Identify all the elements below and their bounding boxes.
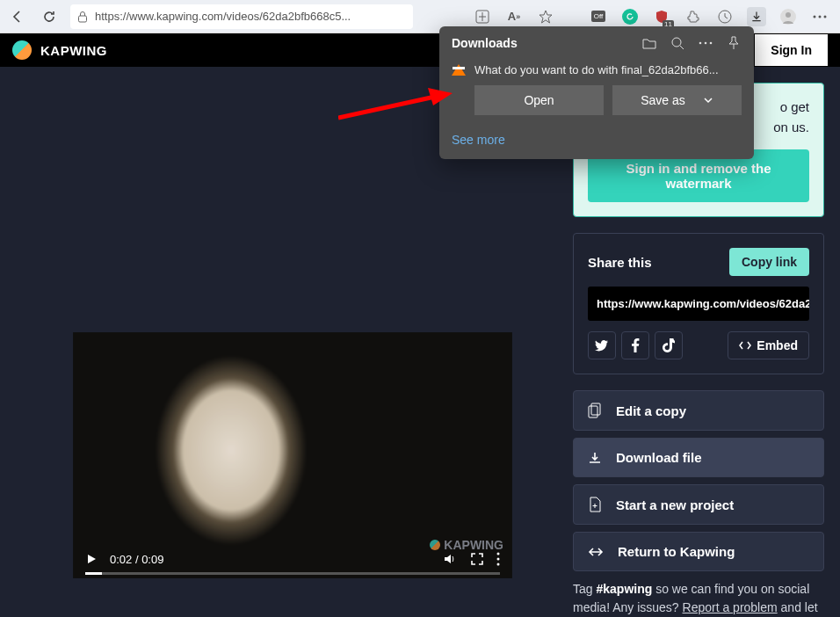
download-item: What do you want to do with final_62da2b…: [439, 60, 754, 127]
svg-rect-11: [591, 403, 600, 415]
svg-point-5: [814, 15, 816, 18]
search-icon[interactable]: [670, 35, 685, 51]
address-bar[interactable]: https://www.kapwing.com/videos/62da2bfb6…: [70, 4, 413, 29]
brand-text: KAPWING: [40, 43, 107, 58]
favorites-icon[interactable]: [536, 7, 555, 26]
grammarly-icon[interactable]: [620, 7, 640, 26]
url-text: https://www.kapwing.com/videos/62da2bfb6…: [95, 10, 351, 23]
lock-icon: [77, 11, 88, 23]
twitter-icon[interactable]: [588, 331, 616, 359]
vlc-icon: [452, 64, 466, 76]
brand-mark-icon: [12, 40, 32, 60]
svg-rect-12: [589, 406, 597, 417]
read-aloud-icon[interactable]: [473, 7, 492, 26]
fullscreen-icon[interactable]: [470, 552, 484, 566]
svg-point-6: [819, 15, 822, 18]
svg-point-14: [699, 42, 702, 45]
see-more-link[interactable]: See more: [439, 127, 754, 159]
annotation-arrow: [338, 88, 453, 132]
share-title: Share this: [588, 255, 652, 270]
facebook-icon[interactable]: [621, 331, 649, 359]
svg-marker-18: [428, 88, 453, 105]
svg-rect-0: [79, 16, 87, 22]
svg-point-16: [710, 42, 713, 45]
profile-icon[interactable]: [778, 7, 798, 26]
downloads-panel: Downloads What do you want to do with fi…: [439, 26, 754, 159]
extensions-icon[interactable]: [684, 7, 703, 26]
extensions-area: A» Off 11: [473, 7, 833, 26]
more-icon[interactable]: [810, 7, 829, 26]
progress-bar[interactable]: [85, 572, 500, 575]
off-badge-icon[interactable]: Off: [589, 7, 608, 26]
copy-link-button[interactable]: Copy link: [729, 248, 809, 276]
svg-point-10: [497, 563, 500, 566]
share-url[interactable]: https://www.kapwing.com/videos/62da2bfb: [588, 287, 809, 321]
svg-point-9: [497, 558, 500, 561]
play-icon[interactable]: [85, 553, 98, 565]
tiktok-icon[interactable]: [655, 331, 683, 359]
kebab-icon[interactable]: [496, 552, 500, 566]
svg-point-13: [672, 38, 681, 47]
svg-point-8: [497, 553, 500, 555]
back-button[interactable]: [7, 6, 28, 27]
history-icon[interactable]: [715, 7, 735, 26]
svg-line-17: [338, 97, 435, 118]
downloads-icon[interactable]: [747, 7, 766, 26]
download-file-button[interactable]: Download file: [573, 438, 824, 477]
panel-more-icon[interactable]: [698, 35, 713, 51]
share-card: Share this Copy link https://www.kapwing…: [573, 233, 824, 374]
save-as-button[interactable]: Save as: [612, 85, 742, 115]
open-button[interactable]: Open: [474, 85, 604, 115]
signin-button[interactable]: Sign In: [755, 34, 828, 66]
report-problem-link[interactable]: Report a problem: [683, 600, 778, 614]
folder-icon[interactable]: [641, 35, 657, 51]
svg-point-4: [786, 12, 791, 18]
return-button[interactable]: Return to Kapwing: [573, 532, 824, 571]
text-size-icon[interactable]: A»: [504, 7, 524, 26]
pin-icon[interactable]: [726, 35, 742, 51]
svg-point-15: [705, 42, 707, 45]
tag-text: Tag #kapwing so we can find you on socia…: [573, 580, 824, 617]
shield-icon[interactable]: 11: [652, 7, 671, 26]
volume-icon[interactable]: [442, 551, 458, 567]
refresh-button[interactable]: [39, 6, 60, 27]
brand-logo[interactable]: KAPWING: [12, 40, 107, 60]
video-player[interactable]: KAPWING 0:02 / 0:09: [73, 332, 512, 578]
download-prompt: What do you want to do with final_62da2b…: [474, 63, 719, 76]
edit-copy-button[interactable]: Edit a copy: [573, 390, 824, 431]
new-project-button[interactable]: Start a new project: [573, 484, 824, 525]
downloads-title: Downloads: [452, 36, 629, 50]
embed-button[interactable]: Embed: [728, 331, 809, 359]
svg-point-7: [824, 15, 827, 18]
video-time: 0:02 / 0:09: [110, 553, 163, 566]
